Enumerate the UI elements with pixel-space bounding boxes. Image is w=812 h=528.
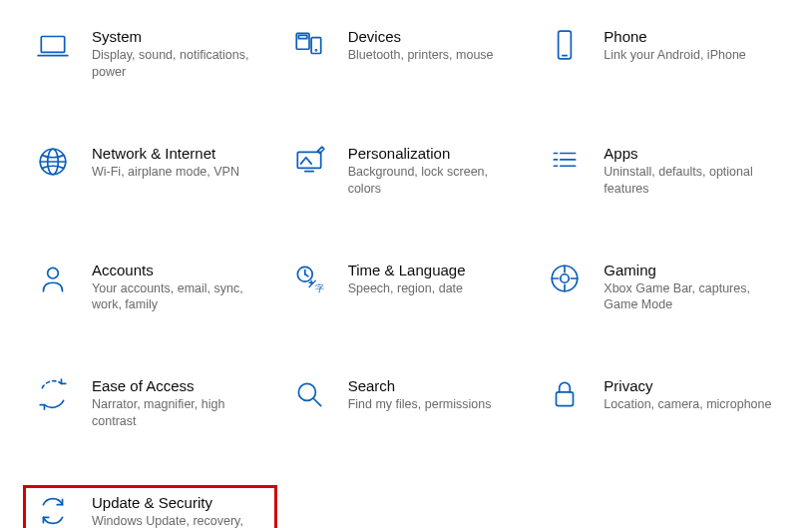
settings-tile-update[interactable]: Update & Security Windows Update, recove… [28, 490, 272, 528]
tile-title: Devices [348, 28, 525, 45]
settings-tile-gaming[interactable]: Gaming Xbox Game Bar, captures, Game Mod… [540, 258, 784, 318]
tile-desc: Bluetooth, printers, mouse [348, 47, 525, 64]
tile-title: Search [348, 377, 525, 394]
tile-desc: Uninstall, defaults, optional features [604, 164, 780, 198]
settings-tile-system[interactable]: System Display, sound, notifications, po… [28, 24, 272, 85]
tile-title: Update & Security [92, 494, 262, 511]
tile-title: Gaming [604, 262, 780, 278]
tile-desc: Windows Update, recovery, backup [92, 513, 262, 528]
tile-title: Phone [604, 28, 780, 45]
tile-desc: Background, lock screen, colors [348, 164, 525, 198]
tile-title: Network & Internet [92, 145, 268, 162]
tile-title: Accounts [92, 262, 268, 278]
settings-tile-search[interactable]: Search Find my files, permissions [284, 373, 529, 434]
phone-icon [544, 28, 586, 62]
accounts-icon [32, 262, 74, 295]
personalization-icon [288, 145, 330, 179]
system-icon [32, 28, 74, 62]
settings-tile-phone[interactable]: Phone Link your Android, iPhone [540, 24, 784, 85]
tile-title: System [92, 28, 268, 45]
tile-desc: Xbox Game Bar, captures, Game Mode [604, 280, 780, 314]
tile-desc: Your accounts, email, sync, work, family [92, 280, 268, 314]
tile-desc: Speech, region, date [348, 280, 525, 297]
settings-tile-timelang[interactable]: Time & Language Speech, region, date [284, 258, 529, 318]
tile-title: Ease of Access [92, 377, 268, 394]
tile-desc: Wi-Fi, airplane mode, VPN [92, 164, 268, 181]
settings-tile-accounts[interactable]: Accounts Your accounts, email, sync, wor… [28, 258, 272, 318]
network-icon [32, 145, 74, 179]
tile-title: Personalization [348, 145, 525, 162]
privacy-icon [544, 377, 586, 411]
update-icon [32, 494, 74, 528]
apps-icon [544, 145, 586, 179]
settings-tile-devices[interactable]: Devices Bluetooth, printers, mouse [284, 24, 529, 85]
gaming-icon [544, 262, 586, 295]
tile-desc: Location, camera, microphone [604, 396, 780, 413]
settings-tile-personalization[interactable]: Personalization Background, lock screen,… [284, 141, 529, 202]
tile-desc: Find my files, permissions [348, 396, 525, 413]
settings-tile-network[interactable]: Network & Internet Wi-Fi, airplane mode,… [28, 141, 272, 202]
tile-desc: Link your Android, iPhone [604, 47, 780, 64]
settings-tile-privacy[interactable]: Privacy Location, camera, microphone [540, 373, 784, 434]
settings-tile-apps[interactable]: Apps Uninstall, defaults, optional featu… [540, 141, 784, 202]
tile-title: Apps [604, 145, 780, 162]
tile-title: Time & Language [348, 262, 525, 278]
tile-desc: Narrator, magnifier, high contrast [92, 396, 268, 430]
devices-icon [288, 28, 330, 62]
tile-title: Privacy [604, 377, 780, 394]
search-icon [288, 377, 330, 411]
settings-tile-ease[interactable]: Ease of Access Narrator, magnifier, high… [28, 373, 272, 434]
ease-icon [32, 377, 74, 411]
timelang-icon [288, 262, 330, 295]
tile-desc: Display, sound, notifications, power [92, 47, 268, 81]
